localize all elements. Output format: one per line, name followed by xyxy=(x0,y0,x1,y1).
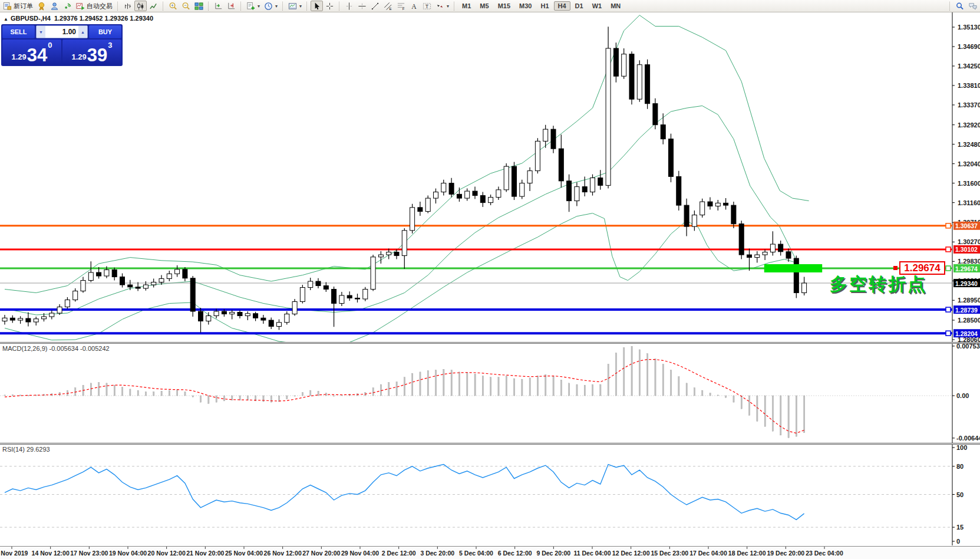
rsi-line xyxy=(5,465,804,520)
svg-text:1.29674: 1.29674 xyxy=(955,265,978,272)
buy-price-big: 39 xyxy=(87,48,107,63)
periods-button[interactable]: ▾ xyxy=(262,1,279,11)
chevron-down-icon[interactable]: ▾ xyxy=(299,4,302,9)
macd-pane[interactable]: 0.0075380.00-0.006446 xyxy=(0,344,980,443)
signals-button[interactable] xyxy=(61,1,74,11)
svg-text:50: 50 xyxy=(956,491,963,498)
vline-button[interactable] xyxy=(343,1,355,11)
svg-text:0.00: 0.00 xyxy=(956,392,969,399)
arrows-button[interactable]: ▾ xyxy=(434,1,451,11)
timeframe-M1[interactable]: M1 xyxy=(458,1,475,11)
line-button[interactable] xyxy=(147,1,160,11)
hline-button[interactable] xyxy=(356,1,368,11)
signal-icon xyxy=(63,2,72,11)
svg-text:T: T xyxy=(425,3,429,9)
svg-text:17 Nov 23:00: 17 Nov 23:00 xyxy=(70,550,108,557)
ohlc-values: 1.29376 1.29452 1.29326 1.29340 xyxy=(54,15,153,22)
chevron-down-icon[interactable]: ▾ xyxy=(275,4,278,9)
svg-text:1.28739: 1.28739 xyxy=(955,307,978,314)
macd-signal-line xyxy=(5,360,804,433)
timeframe-M5[interactable]: M5 xyxy=(476,1,493,11)
timeframe-MN[interactable]: MN xyxy=(606,1,625,11)
channel-button[interactable]: E xyxy=(382,1,394,11)
community-button[interactable] xyxy=(48,1,61,11)
candles-button[interactable] xyxy=(134,1,147,11)
label-icon: T xyxy=(423,2,431,11)
callout-anchor-handle[interactable] xyxy=(893,266,897,270)
svg-text:A: A xyxy=(411,2,417,10)
svg-text:1.32920: 1.32920 xyxy=(958,121,980,129)
sell-price-small: 1.29 xyxy=(11,52,26,61)
turning-point-annotation[interactable]: 多空转折点 xyxy=(830,272,927,297)
collapse-panel-icon[interactable]: ▲ xyxy=(4,17,8,22)
search-button[interactable] xyxy=(953,1,966,11)
zoom-out-button[interactable] xyxy=(180,1,192,11)
sell-button[interactable]: SELL xyxy=(2,25,35,38)
text-button[interactable]: A xyxy=(408,1,420,11)
svg-text:3 Dec 20:00: 3 Dec 20:00 xyxy=(420,550,454,557)
chevron-down-icon[interactable]: ▾ xyxy=(258,4,260,9)
volume-up-button[interactable]: ▲ xyxy=(78,26,87,38)
sell-price-pipette: 0 xyxy=(48,41,52,50)
chevron-down-icon[interactable]: ▾ xyxy=(447,4,449,9)
svg-text:1.29340: 1.29340 xyxy=(955,280,978,287)
svg-text:23 Dec 04:00: 23 Dec 04:00 xyxy=(806,550,843,557)
svg-text:27 Nov 20:00: 27 Nov 20:00 xyxy=(302,550,340,557)
buy-price-small: 1.29 xyxy=(71,52,86,61)
chart-profile-button[interactable] xyxy=(35,1,48,11)
rsi-pane[interactable]: 1008050150 xyxy=(0,445,980,545)
search-icon xyxy=(955,2,964,11)
svg-text:1.30637: 1.30637 xyxy=(955,222,978,229)
chart-shift-button[interactable] xyxy=(225,1,237,11)
seal-icon xyxy=(37,2,46,11)
label-button[interactable]: T xyxy=(421,1,433,11)
svg-text:1.30102: 1.30102 xyxy=(955,246,978,253)
cursor-icon xyxy=(312,2,321,11)
one-click-trading-panel: SELL ▼ 1.00 ▲ BUY 1.29 34 0 1.29 39 3 xyxy=(1,24,123,66)
timeframe-M30[interactable]: M30 xyxy=(515,1,536,11)
toolbar-separator xyxy=(282,2,283,11)
chat-icon xyxy=(968,2,977,11)
svg-text:1.29830: 1.29830 xyxy=(958,258,980,265)
autotrade-button[interactable]: 自动交易 xyxy=(74,1,114,11)
svg-text:11 Dec 04:00: 11 Dec 04:00 xyxy=(573,550,611,557)
tile-windows-button[interactable] xyxy=(193,1,205,11)
buy-button[interactable]: BUY xyxy=(89,25,121,38)
auto-scroll-button[interactable] xyxy=(212,1,225,11)
svg-text:19 Nov 04:00: 19 Nov 04:00 xyxy=(109,550,147,557)
person-icon xyxy=(50,2,59,11)
svg-text:18 Dec 12:00: 18 Dec 12:00 xyxy=(728,550,766,557)
hline-icon xyxy=(358,2,367,11)
candlestick-icon xyxy=(136,2,145,11)
chat-button[interactable] xyxy=(966,1,979,11)
timeframe-M15[interactable]: M15 xyxy=(494,1,514,11)
svg-text:1.28500: 1.28500 xyxy=(958,317,980,324)
crosshair-button[interactable] xyxy=(324,1,336,11)
cursor-button[interactable] xyxy=(311,1,323,11)
timeframe-D1[interactable]: D1 xyxy=(571,1,588,11)
timeframe-H4[interactable]: H4 xyxy=(554,1,570,11)
trendline-button[interactable] xyxy=(369,1,381,11)
svg-text:26 Nov 12:00: 26 Nov 12:00 xyxy=(264,550,302,557)
chart-title: ▲GBPUSD-,H4 1.29376 1.29452 1.29326 1.29… xyxy=(4,15,153,22)
indicators-button[interactable]: ▾ xyxy=(245,1,262,11)
templates-button[interactable]: ▾ xyxy=(286,1,303,11)
sell-price-display[interactable]: 1.29 34 0 xyxy=(2,40,61,65)
buy-price-display[interactable]: 1.29 39 3 xyxy=(62,40,121,65)
crosshair-icon xyxy=(325,2,334,11)
svg-text:0.007538: 0.007538 xyxy=(956,344,980,350)
highlight-zone[interactable] xyxy=(764,264,822,272)
toolbar-separator xyxy=(240,2,242,11)
sell-price-big: 34 xyxy=(27,48,47,63)
time-axis[interactable]: 3 Nov 201914 Nov 12:0017 Nov 23:0019 Nov… xyxy=(0,546,980,559)
svg-text:17 Dec 04:00: 17 Dec 04:00 xyxy=(689,550,727,557)
new-order-button[interactable]: 新订单 xyxy=(1,1,35,11)
svg-text:29 Nov 04:00: 29 Nov 04:00 xyxy=(341,550,379,557)
fibo-button[interactable]: F xyxy=(395,1,407,11)
zoom-in-button[interactable] xyxy=(167,1,179,11)
volume-input[interactable]: 1.00 xyxy=(45,26,78,38)
timeframe-W1[interactable]: W1 xyxy=(588,1,606,11)
bars-button[interactable] xyxy=(121,1,134,11)
volume-down-button[interactable]: ▼ xyxy=(37,26,45,38)
timeframe-H1[interactable]: H1 xyxy=(536,1,553,11)
